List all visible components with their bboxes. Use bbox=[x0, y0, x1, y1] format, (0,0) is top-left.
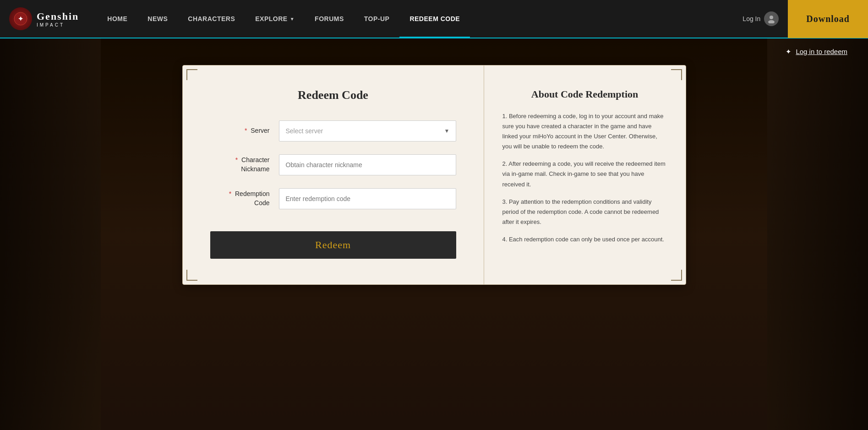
about-point-2: 2. After redeeming a code, you will rece… bbox=[502, 159, 667, 189]
nav-explore[interactable]: EXPLORE ▼ bbox=[245, 0, 305, 38]
about-panel: About Code Redemption 1. Before redeemin… bbox=[484, 65, 686, 284]
code-label: * RedemptionCode bbox=[210, 190, 270, 207]
nav-forums-item[interactable]: FORUMS bbox=[305, 0, 354, 38]
navbar: ✦ Genshin IMPACT HOME NEWS CHARACTERS EX… bbox=[0, 0, 868, 38]
redeem-form-panel: Redeem Code * Server Select server Ameri… bbox=[183, 65, 484, 284]
nav-topup-item[interactable]: TOP-UP bbox=[354, 0, 400, 38]
navbar-right: Log In Download bbox=[733, 0, 868, 38]
svg-text:✦: ✦ bbox=[18, 16, 23, 22]
nav-news[interactable]: NEWS bbox=[137, 0, 178, 38]
nav-redeem-code[interactable]: REDEEM CODE bbox=[399, 0, 470, 38]
login-label: Log In bbox=[742, 15, 760, 22]
logo[interactable]: ✦ Genshin IMPACT bbox=[0, 7, 88, 30]
server-row: * Server Select server America Europe As… bbox=[210, 120, 456, 142]
login-to-redeem-bar: ✦ Log in to redeem bbox=[0, 38, 868, 65]
nickname-required-star: * bbox=[235, 156, 238, 163]
corner-bottom-left bbox=[186, 270, 197, 281]
nickname-input[interactable] bbox=[279, 154, 456, 175]
svg-point-2 bbox=[770, 16, 773, 19]
user-avatar-icon bbox=[764, 11, 779, 26]
logo-icon: ✦ bbox=[9, 7, 32, 30]
code-required-star: * bbox=[229, 190, 231, 197]
nav-characters[interactable]: CHARACTERS bbox=[178, 0, 245, 38]
about-point-1: 1. Before redeeming a code, log in to yo… bbox=[502, 111, 667, 152]
logo-text: Genshin IMPACT bbox=[37, 11, 79, 27]
page-content: ✦ Log in to redeem Redeem Code * Server bbox=[0, 38, 868, 430]
about-point-4: 4. Each redemption code can only be used… bbox=[502, 234, 667, 245]
login-button[interactable]: Log In bbox=[733, 11, 788, 26]
code-row: * RedemptionCode bbox=[210, 188, 456, 209]
svg-point-3 bbox=[768, 20, 775, 23]
nickname-row: * CharacterNickname bbox=[210, 154, 456, 175]
server-required-star: * bbox=[245, 127, 247, 134]
redeem-button[interactable]: Redeem bbox=[210, 231, 456, 259]
redemption-code-input[interactable] bbox=[279, 188, 456, 209]
server-select[interactable]: Select server America Europe Asia TW, HK… bbox=[279, 120, 456, 142]
redeem-card: Redeem Code * Server Select server Ameri… bbox=[182, 65, 686, 285]
about-text: 1. Before redeeming a code, log in to yo… bbox=[502, 111, 667, 245]
corner-top-left bbox=[186, 69, 197, 80]
about-point-3: 3. Pay attention to the redemption condi… bbox=[502, 197, 667, 227]
about-title: About Code Redemption bbox=[502, 88, 667, 100]
nickname-label: * CharacterNickname bbox=[210, 156, 270, 174]
form-title: Redeem Code bbox=[210, 88, 456, 102]
download-button[interactable]: Download bbox=[788, 0, 868, 38]
explore-dropdown-icon: ▼ bbox=[290, 16, 295, 22]
main-card-container: Redeem Code * Server Select server Ameri… bbox=[0, 65, 868, 303]
nav-home[interactable]: HOME bbox=[97, 0, 137, 38]
star-icon: ✦ bbox=[786, 48, 792, 55]
server-label: * Server bbox=[210, 126, 270, 136]
server-select-wrapper: Select server America Europe Asia TW, HK… bbox=[279, 120, 456, 142]
login-to-redeem-text[interactable]: Log in to redeem bbox=[796, 48, 847, 55]
nav-menu: HOME NEWS CHARACTERS EXPLORE ▼ TOP-UP TO… bbox=[97, 0, 733, 38]
